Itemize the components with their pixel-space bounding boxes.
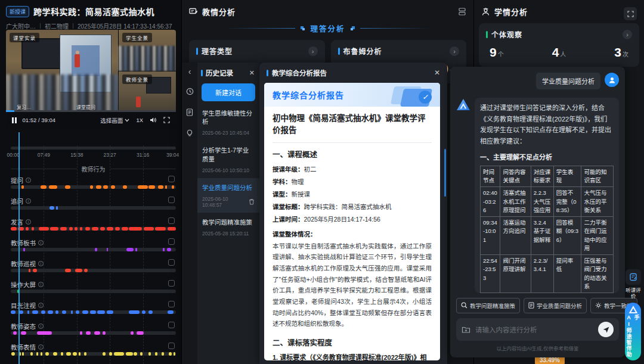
trash-icon[interactable] (249, 198, 255, 205)
behavior-segment (75, 227, 78, 231)
timeline-overview-bar[interactable] (11, 147, 176, 150)
info-icon[interactable]: i (38, 344, 44, 350)
behavior-segment (155, 227, 166, 231)
select-view-dropdown[interactable]: 选择画面 (100, 116, 129, 125)
history-close-button[interactable]: ✕ (249, 69, 255, 77)
table-cell: 回答不完整（08:35） (553, 187, 581, 217)
behavior-segment (137, 331, 144, 335)
stat-card-chevron-button[interactable]: › (450, 46, 459, 56)
history-item-title: 学业质量问题分析 (202, 183, 255, 192)
video-grid: 课堂实录 学生全景 教师全景 (6, 30, 176, 112)
table-header-cell: 问答内容关键点 (500, 166, 531, 187)
behavior-segment (131, 331, 134, 335)
info-icon[interactable]: i (26, 219, 31, 225)
info-icon[interactable]: i (38, 323, 44, 329)
track-checkbox[interactable] (168, 176, 175, 182)
track-checkbox[interactable] (168, 238, 175, 245)
tab-liDA-analysis[interactable]: 理答分析 (310, 23, 345, 34)
track-name: 目光注视 (11, 301, 36, 310)
layout-toggle-button[interactable] (458, 7, 466, 16)
chat-input[interactable]: 请输入内容进行分析 (456, 318, 619, 341)
table-cell: 活塞式抽水机工作原理提问 (500, 187, 531, 217)
behavior-track: 教师板书i (0, 238, 182, 259)
track-bar (11, 185, 176, 189)
behavior-segment (174, 352, 175, 356)
video-player[interactable]: 课堂实录 学生全景 教师全景 复习… 课堂提问 (6, 30, 176, 128)
video-teacher-feed[interactable]: 教师全景 (119, 71, 176, 113)
behavior-segment (66, 352, 71, 356)
divider (73, 23, 73, 29)
track-checkbox[interactable] (168, 197, 175, 203)
gear-icon (595, 302, 602, 310)
ai-assistant-label: AI师途智伴助手 (626, 315, 641, 360)
report-doc-button[interactable] (186, 108, 193, 116)
behavior-segment (138, 185, 148, 189)
history-item[interactable]: 教学问题精准施策2025-05-28 15:20:11 (197, 213, 259, 241)
behavior-segment (155, 352, 157, 356)
ai-logo-icon (628, 306, 638, 313)
stat-card-title: 布鲁姆分析 (343, 46, 382, 56)
info-icon[interactable]: i (38, 261, 44, 266)
behavior-segment (107, 227, 113, 231)
info-icon[interactable]: i (26, 198, 31, 204)
new-chat-button[interactable]: 新建对话 (202, 83, 255, 101)
behavior-segment (65, 269, 71, 272)
track-checkbox[interactable] (168, 322, 175, 328)
history-item[interactable]: 学生思维敏捷性分析2025-06-23 10:45:04 (197, 104, 259, 141)
ai-assistant-button[interactable]: AI师途智伴助手 (625, 303, 641, 360)
fullscreen-button[interactable] (163, 117, 170, 123)
timeline-playhead[interactable] (18, 132, 20, 364)
idea-button[interactable] (186, 129, 193, 137)
track-bar (11, 290, 176, 293)
track-checkbox[interactable] (168, 343, 175, 349)
send-button[interactable] (598, 322, 614, 337)
tab-decor-line (360, 28, 431, 29)
pause-button[interactable] (12, 117, 17, 123)
history-item[interactable]: 学业质量问题分析2025-06-10 10:48:57 (197, 178, 259, 213)
report-field: 课堂标题：跨学科实践：简易活塞式抽水机 (273, 202, 432, 211)
behavior-segment (56, 206, 57, 210)
track-bar (11, 227, 176, 231)
track-checkbox[interactable] (168, 217, 175, 224)
track-checkbox[interactable] (168, 259, 175, 266)
behavior-segment (97, 310, 104, 314)
behavior-segment (129, 227, 142, 231)
behavior-segment (36, 352, 38, 356)
timeline-tick: 23:27 (104, 152, 116, 158)
report-close-button[interactable]: ✕ (434, 69, 440, 77)
lesson-header: 新授课 跨学科实践：简易活塞式抽水机 (0, 0, 181, 17)
behavior-segment (32, 227, 34, 231)
video-main-feed[interactable]: 课堂实录 (6, 30, 118, 112)
info-icon[interactable]: i (26, 178, 31, 183)
quick-action-chip[interactable]: 学业质量问题分析 (524, 298, 587, 313)
history-item[interactable]: 分析学生1-7学业质量2025-06-10 10:50:10 (197, 141, 259, 178)
timeline-tick: 15:38 (70, 152, 83, 158)
volume-button[interactable] (150, 117, 157, 123)
info-icon[interactable]: i (38, 240, 44, 245)
report-banner: 教学综合分析报告 ✓ (264, 83, 440, 107)
segment-marker[interactable]: 复习… (17, 104, 31, 110)
info-icon[interactable]: i (38, 303, 44, 308)
quick-action-chips: 教学问题精准施策学业质量问题分析教学一致性 (456, 298, 619, 313)
track-checkbox[interactable] (168, 280, 175, 287)
report-scrollbar-thumb[interactable] (444, 149, 446, 197)
segment-marker[interactable]: 课堂提问 (76, 104, 95, 110)
track-checkbox[interactable] (168, 301, 175, 307)
divider (40, 23, 41, 29)
report-field: 课型：新授课 (273, 189, 432, 198)
lesson-evaluation-button[interactable]: 听课评价 (624, 269, 642, 299)
playback-speed-button[interactable]: 1X (136, 117, 143, 123)
quick-action-chip[interactable]: 教学问题精准施策 (456, 298, 520, 313)
track-label: 操作大屏i (11, 280, 44, 289)
video-students-feed[interactable]: 学生全景 (119, 30, 176, 71)
history-list: 学生思维敏捷性分析2025-06-23 10:45:04分析学生1-7学业质量2… (197, 104, 259, 241)
stat-card-chevron-button[interactable]: › (308, 46, 318, 56)
report-field: 学科：物理 (273, 177, 432, 186)
history-clock-button[interactable] (186, 88, 194, 95)
ai-message-row: 通过对课堂师生问答记录的深入分析，结合《义务教育物理课程标准(2022年版)》，… (456, 98, 619, 293)
table-cell: 02:40-03:26 (481, 187, 500, 217)
track-name: 发言 (11, 217, 23, 226)
info-icon[interactable]: i (38, 282, 44, 287)
tab-decor-icon (350, 26, 355, 31)
collapse-button[interactable]: ‹ (188, 69, 191, 74)
